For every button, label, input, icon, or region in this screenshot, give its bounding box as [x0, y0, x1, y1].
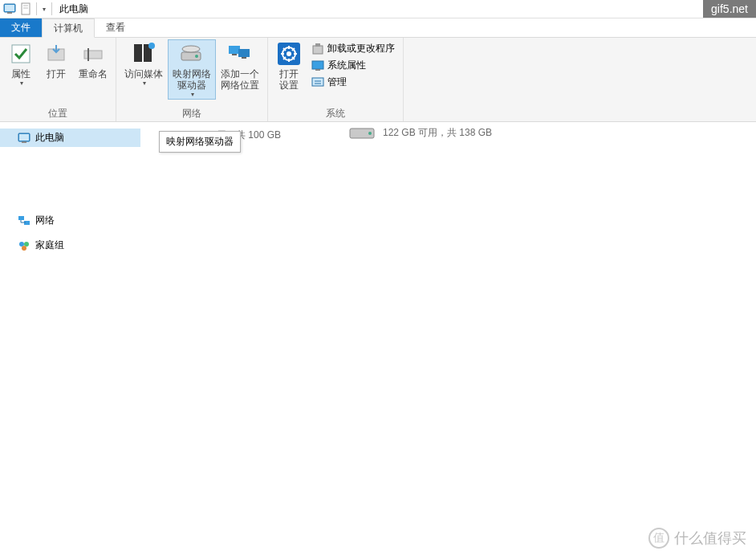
- drive-icon: [179, 41, 205, 67]
- svg-point-14: [182, 46, 200, 52]
- open-settings-button[interactable]: 打开 设置: [271, 39, 307, 92]
- ribbon-group-network: 访问媒体 ▾ 映射网络 驱动器 ▾ 添加一个 网络位置 网络: [116, 38, 268, 121]
- svg-rect-18: [232, 54, 237, 55]
- svg-point-35: [22, 246, 26, 251]
- svg-point-34: [24, 242, 29, 247]
- qat-dropdown[interactable]: ▾: [39, 6, 49, 13]
- svg-rect-17: [238, 49, 250, 57]
- svg-point-15: [195, 55, 198, 58]
- svg-rect-10: [134, 44, 142, 62]
- svg-rect-26: [315, 69, 320, 71]
- ribbon-group-location: 属性 ▾ 打开 重命名 位置: [0, 38, 116, 121]
- network-icon: [18, 214, 30, 227]
- main-pane[interactable]: 用，共 100 GB 122 GB 可用，共 138 GB: [140, 122, 756, 555]
- server-icon: [131, 41, 156, 67]
- tab-view[interactable]: 查看: [95, 18, 136, 37]
- tree-item-this-pc[interactable]: 此电脑: [0, 129, 140, 147]
- svg-rect-16: [229, 46, 240, 54]
- computer-icon: [3, 2, 16, 15]
- access-media-button[interactable]: 访问媒体 ▾: [120, 39, 168, 88]
- qat-separator: [36, 2, 37, 15]
- monitor-icon: [311, 59, 324, 72]
- uninstall-programs-button[interactable]: 卸载或更改程序: [310, 41, 396, 56]
- tree-label: 此电脑: [35, 131, 64, 145]
- window-title: 此电脑: [59, 2, 88, 16]
- chevron-down-icon: ▾: [143, 80, 146, 87]
- group-label-network: 网络: [120, 107, 264, 121]
- rename-icon: [80, 41, 106, 67]
- box-icon: [311, 43, 324, 55]
- svg-rect-19: [242, 57, 246, 59]
- ribbon: 属性 ▾ 打开 重命名 位置: [0, 38, 756, 122]
- homegroup-icon: [18, 239, 30, 252]
- properties-button[interactable]: 属性 ▾: [3, 39, 39, 88]
- svg-rect-1: [5, 5, 14, 11]
- svg-point-22: [287, 51, 291, 56]
- open-icon: [43, 41, 69, 67]
- navigation-tree: 此电脑 网络 家庭组: [0, 122, 140, 555]
- computer-icon: [18, 132, 30, 145]
- svg-rect-6: [12, 45, 30, 63]
- tree-item-network[interactable]: 网络: [0, 211, 140, 230]
- ribbon-group-system: 打开 设置 卸载或更改程序 系统属性 管理 系统: [268, 38, 404, 121]
- drive-fragment-2[interactable]: 122 GB 可用，共 138 GB: [349, 125, 492, 140]
- map-network-drive-button[interactable]: 映射网络 驱动器 ▾: [168, 39, 216, 100]
- tab-file[interactable]: 文件: [0, 18, 42, 37]
- ribbon-tabs: 文件 计算机 查看: [0, 18, 756, 38]
- svg-rect-31: [18, 216, 24, 220]
- title-separator: [51, 2, 52, 15]
- svg-rect-25: [312, 61, 323, 69]
- svg-rect-2: [7, 12, 12, 14]
- open-button[interactable]: 打开: [39, 39, 74, 81]
- document-icon[interactable]: [19, 2, 32, 15]
- add-network-location-button[interactable]: 添加一个 网络位置: [216, 39, 264, 92]
- gear-icon: [276, 41, 302, 67]
- svg-rect-27: [312, 78, 323, 86]
- watermark-top: gif5.net: [703, 0, 756, 18]
- tooltip-map-drive: 映射网络驱动器: [159, 131, 241, 153]
- tab-computer[interactable]: 计算机: [42, 18, 95, 38]
- group-label-location: 位置: [3, 107, 112, 121]
- chevron-down-icon: ▾: [191, 91, 194, 98]
- system-properties-button[interactable]: 系统属性: [310, 58, 396, 73]
- svg-point-33: [19, 242, 24, 247]
- svg-point-12: [148, 43, 155, 49]
- group-label-system: 系统: [271, 107, 400, 121]
- svg-rect-30: [22, 141, 26, 143]
- tree-label: 网络: [35, 214, 55, 227]
- svg-rect-24: [315, 43, 320, 47]
- chevron-down-icon: ▾: [20, 80, 23, 87]
- drive-info-text: 122 GB 可用，共 138 GB: [383, 126, 492, 140]
- rename-button[interactable]: 重命名: [74, 39, 112, 81]
- monitors-icon: [227, 41, 253, 67]
- content-area: 此电脑 网络 家庭组 用，共 100 GB 122 GB 可用，共 138 GB: [0, 122, 756, 555]
- watermark-badge: 值: [648, 528, 669, 549]
- watermark-text: 什么值得买: [674, 528, 746, 548]
- manage-icon: [311, 76, 324, 89]
- title-bar: ▾ 此电脑: [0, 0, 756, 18]
- tree-item-homegroup[interactable]: 家庭组: [0, 236, 140, 255]
- svg-rect-29: [19, 134, 29, 141]
- svg-rect-3: [22, 3, 30, 14]
- tree-label: 家庭组: [35, 239, 64, 252]
- watermark-bottom: 值 什么值得买: [648, 528, 746, 549]
- svg-point-37: [368, 132, 372, 135]
- svg-rect-8: [84, 51, 102, 59]
- manage-button[interactable]: 管理: [310, 75, 396, 90]
- checkmark-icon: [8, 41, 34, 67]
- svg-rect-23: [313, 46, 323, 54]
- hdd-icon: [349, 125, 375, 140]
